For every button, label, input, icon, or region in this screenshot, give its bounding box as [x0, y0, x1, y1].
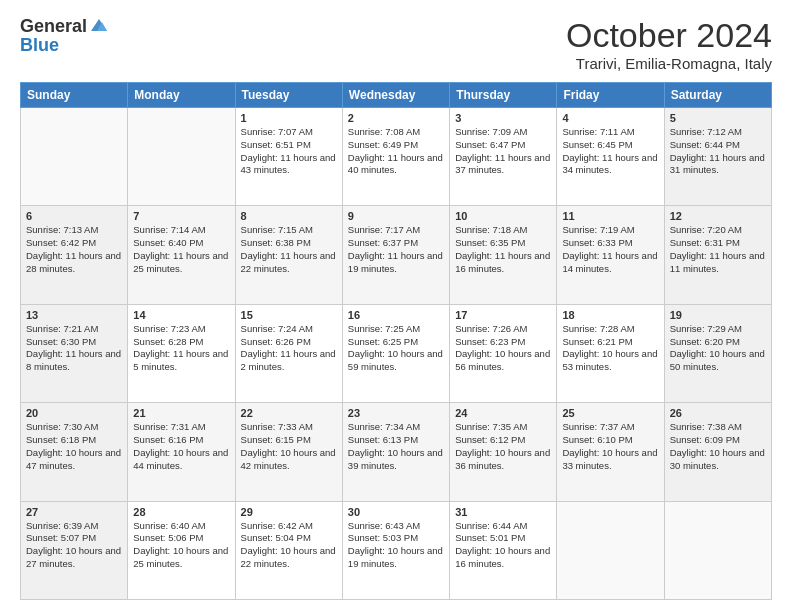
day-number: 23	[348, 407, 444, 419]
day-info: Sunrise: 7:18 AMSunset: 6:35 PMDaylight:…	[455, 224, 550, 273]
day-number: 25	[562, 407, 658, 419]
day-number: 8	[241, 210, 337, 222]
day-cell: 11 Sunrise: 7:19 AMSunset: 6:33 PMDaylig…	[557, 206, 664, 304]
day-info: Sunrise: 7:12 AMSunset: 6:44 PMDaylight:…	[670, 126, 765, 175]
day-number: 5	[670, 112, 766, 124]
day-cell: 22 Sunrise: 7:33 AMSunset: 6:15 PMDaylig…	[235, 403, 342, 501]
day-cell: 17 Sunrise: 7:26 AMSunset: 6:23 PMDaylig…	[450, 304, 557, 402]
day-cell: 8 Sunrise: 7:15 AMSunset: 6:38 PMDayligh…	[235, 206, 342, 304]
day-cell: 4 Sunrise: 7:11 AMSunset: 6:45 PMDayligh…	[557, 108, 664, 206]
day-info: Sunrise: 6:42 AMSunset: 5:04 PMDaylight:…	[241, 520, 336, 569]
header-friday: Friday	[557, 83, 664, 108]
day-info: Sunrise: 7:13 AMSunset: 6:42 PMDaylight:…	[26, 224, 121, 273]
day-cell: 24 Sunrise: 7:35 AMSunset: 6:12 PMDaylig…	[450, 403, 557, 501]
header-wednesday: Wednesday	[342, 83, 449, 108]
week-row-3: 13 Sunrise: 7:21 AMSunset: 6:30 PMDaylig…	[21, 304, 772, 402]
day-number: 21	[133, 407, 229, 419]
day-number: 1	[241, 112, 337, 124]
day-number: 20	[26, 407, 122, 419]
day-cell: 1 Sunrise: 7:07 AMSunset: 6:51 PMDayligh…	[235, 108, 342, 206]
day-cell: 12 Sunrise: 7:20 AMSunset: 6:31 PMDaylig…	[664, 206, 771, 304]
day-cell: 23 Sunrise: 7:34 AMSunset: 6:13 PMDaylig…	[342, 403, 449, 501]
day-number: 30	[348, 506, 444, 518]
title-area: October 2024 Trarivi, Emilia-Romagna, It…	[566, 16, 772, 72]
header-saturday: Saturday	[664, 83, 771, 108]
header-thursday: Thursday	[450, 83, 557, 108]
day-info: Sunrise: 7:29 AMSunset: 6:20 PMDaylight:…	[670, 323, 765, 372]
day-cell: 21 Sunrise: 7:31 AMSunset: 6:16 PMDaylig…	[128, 403, 235, 501]
day-info: Sunrise: 6:40 AMSunset: 5:06 PMDaylight:…	[133, 520, 228, 569]
day-info: Sunrise: 7:07 AMSunset: 6:51 PMDaylight:…	[241, 126, 336, 175]
day-number: 9	[348, 210, 444, 222]
day-number: 28	[133, 506, 229, 518]
day-cell: 2 Sunrise: 7:08 AMSunset: 6:49 PMDayligh…	[342, 108, 449, 206]
day-info: Sunrise: 7:31 AMSunset: 6:16 PMDaylight:…	[133, 421, 228, 470]
day-info: Sunrise: 7:26 AMSunset: 6:23 PMDaylight:…	[455, 323, 550, 372]
day-number: 2	[348, 112, 444, 124]
day-cell: 26 Sunrise: 7:38 AMSunset: 6:09 PMDaylig…	[664, 403, 771, 501]
day-info: Sunrise: 7:09 AMSunset: 6:47 PMDaylight:…	[455, 126, 550, 175]
day-cell: 31 Sunrise: 6:44 AMSunset: 5:01 PMDaylig…	[450, 501, 557, 599]
day-info: Sunrise: 7:20 AMSunset: 6:31 PMDaylight:…	[670, 224, 765, 273]
day-cell: 15 Sunrise: 7:24 AMSunset: 6:26 PMDaylig…	[235, 304, 342, 402]
logo-text-general: General	[20, 16, 87, 37]
day-info: Sunrise: 7:23 AMSunset: 6:28 PMDaylight:…	[133, 323, 228, 372]
day-cell: 10 Sunrise: 7:18 AMSunset: 6:35 PMDaylig…	[450, 206, 557, 304]
day-number: 3	[455, 112, 551, 124]
day-number: 7	[133, 210, 229, 222]
day-info: Sunrise: 7:28 AMSunset: 6:21 PMDaylight:…	[562, 323, 657, 372]
day-cell	[128, 108, 235, 206]
day-info: Sunrise: 7:25 AMSunset: 6:25 PMDaylight:…	[348, 323, 443, 372]
day-info: Sunrise: 7:34 AMSunset: 6:13 PMDaylight:…	[348, 421, 443, 470]
day-info: Sunrise: 7:24 AMSunset: 6:26 PMDaylight:…	[241, 323, 336, 372]
day-cell: 28 Sunrise: 6:40 AMSunset: 5:06 PMDaylig…	[128, 501, 235, 599]
day-number: 4	[562, 112, 658, 124]
day-cell	[557, 501, 664, 599]
day-info: Sunrise: 7:19 AMSunset: 6:33 PMDaylight:…	[562, 224, 657, 273]
location-title: Trarivi, Emilia-Romagna, Italy	[566, 55, 772, 72]
day-number: 29	[241, 506, 337, 518]
calendar-table: Sunday Monday Tuesday Wednesday Thursday…	[20, 82, 772, 600]
day-number: 24	[455, 407, 551, 419]
day-number: 12	[670, 210, 766, 222]
week-row-1: 1 Sunrise: 7:07 AMSunset: 6:51 PMDayligh…	[21, 108, 772, 206]
day-number: 17	[455, 309, 551, 321]
day-number: 13	[26, 309, 122, 321]
day-number: 11	[562, 210, 658, 222]
day-number: 6	[26, 210, 122, 222]
day-info: Sunrise: 7:37 AMSunset: 6:10 PMDaylight:…	[562, 421, 657, 470]
day-cell: 29 Sunrise: 6:42 AMSunset: 5:04 PMDaylig…	[235, 501, 342, 599]
logo-text-blue: Blue	[20, 35, 59, 55]
day-cell: 5 Sunrise: 7:12 AMSunset: 6:44 PMDayligh…	[664, 108, 771, 206]
day-info: Sunrise: 7:11 AMSunset: 6:45 PMDaylight:…	[562, 126, 657, 175]
week-row-2: 6 Sunrise: 7:13 AMSunset: 6:42 PMDayligh…	[21, 206, 772, 304]
day-cell: 7 Sunrise: 7:14 AMSunset: 6:40 PMDayligh…	[128, 206, 235, 304]
day-number: 22	[241, 407, 337, 419]
day-info: Sunrise: 6:39 AMSunset: 5:07 PMDaylight:…	[26, 520, 121, 569]
day-info: Sunrise: 7:38 AMSunset: 6:09 PMDaylight:…	[670, 421, 765, 470]
day-number: 14	[133, 309, 229, 321]
day-cell: 14 Sunrise: 7:23 AMSunset: 6:28 PMDaylig…	[128, 304, 235, 402]
day-cell: 16 Sunrise: 7:25 AMSunset: 6:25 PMDaylig…	[342, 304, 449, 402]
day-number: 16	[348, 309, 444, 321]
day-cell: 6 Sunrise: 7:13 AMSunset: 6:42 PMDayligh…	[21, 206, 128, 304]
day-info: Sunrise: 7:35 AMSunset: 6:12 PMDaylight:…	[455, 421, 550, 470]
day-cell: 19 Sunrise: 7:29 AMSunset: 6:20 PMDaylig…	[664, 304, 771, 402]
day-number: 27	[26, 506, 122, 518]
day-number: 31	[455, 506, 551, 518]
week-row-5: 27 Sunrise: 6:39 AMSunset: 5:07 PMDaylig…	[21, 501, 772, 599]
week-row-4: 20 Sunrise: 7:30 AMSunset: 6:18 PMDaylig…	[21, 403, 772, 501]
header: General Blue October 2024 Trarivi, Emili…	[20, 16, 772, 72]
day-cell: 18 Sunrise: 7:28 AMSunset: 6:21 PMDaylig…	[557, 304, 664, 402]
day-info: Sunrise: 7:14 AMSunset: 6:40 PMDaylight:…	[133, 224, 228, 273]
header-tuesday: Tuesday	[235, 83, 342, 108]
logo-area: General Blue	[20, 16, 109, 56]
day-cell: 27 Sunrise: 6:39 AMSunset: 5:07 PMDaylig…	[21, 501, 128, 599]
day-info: Sunrise: 7:15 AMSunset: 6:38 PMDaylight:…	[241, 224, 336, 273]
day-info: Sunrise: 6:44 AMSunset: 5:01 PMDaylight:…	[455, 520, 550, 569]
day-number: 18	[562, 309, 658, 321]
day-cell: 20 Sunrise: 7:30 AMSunset: 6:18 PMDaylig…	[21, 403, 128, 501]
header-monday: Monday	[128, 83, 235, 108]
weekday-header-row: Sunday Monday Tuesday Wednesday Thursday…	[21, 83, 772, 108]
day-cell: 3 Sunrise: 7:09 AMSunset: 6:47 PMDayligh…	[450, 108, 557, 206]
